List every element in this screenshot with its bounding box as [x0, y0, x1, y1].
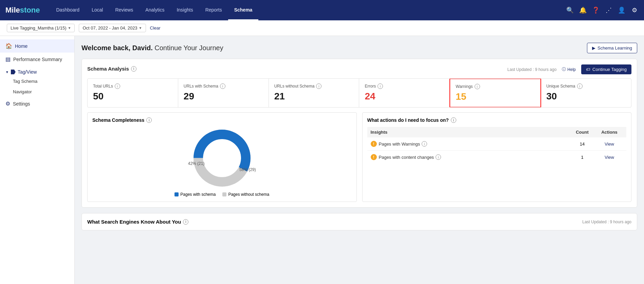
- home-icon: 🏠: [5, 43, 12, 49]
- help-link[interactable]: ⓘ Help: [562, 67, 576, 72]
- warning-icon-1: !: [371, 154, 377, 160]
- focus-insight-1-info[interactable]: i: [436, 154, 441, 160]
- nav-reports[interactable]: Reports: [199, 0, 228, 20]
- nav-schema[interactable]: Schema: [228, 0, 259, 20]
- metric-urls-without-schema: URLs without Schema i 21: [269, 79, 360, 107]
- urls-with-schema-info-icon[interactable]: i: [220, 83, 225, 89]
- legend-without-schema: Pages without schema: [222, 192, 269, 197]
- card-title: Schema Analysis i: [87, 66, 136, 72]
- errors-info-icon[interactable]: i: [378, 83, 383, 89]
- tag-btn-icon: 🏷: [586, 67, 590, 72]
- search-engines-info-icon[interactable]: i: [183, 219, 188, 225]
- urls-without-schema-info-icon[interactable]: i: [316, 83, 321, 89]
- schema-analysis-info-icon[interactable]: i: [131, 66, 136, 72]
- metric-unique-schema: Unique Schema i 30: [541, 79, 631, 107]
- focus-count-0: 14: [569, 141, 596, 147]
- nav-insights[interactable]: Insights: [170, 0, 199, 20]
- schema-learning-button[interactable]: ▶ Schema Learning: [587, 43, 637, 53]
- continue-tagging-button[interactable]: 🏷 Continue Tagging: [581, 64, 631, 74]
- analysis-bottom: Schema Completeness i 42% (21) 58% (29): [87, 112, 631, 202]
- help-circle-icon: ⓘ: [562, 67, 566, 72]
- sidebar-section-tagview[interactable]: ▼ Tag/View: [0, 66, 74, 76]
- metric-errors: Errors i 24: [359, 79, 450, 107]
- sidebar-item-home[interactable]: 🏠 Home: [0, 39, 74, 53]
- welcome-bar: Welcome back, David. Continue Your Journ…: [81, 43, 637, 53]
- search-engines-title: What Search Engines Know About You i: [87, 219, 188, 225]
- sidebar-item-navigator[interactable]: Navigator: [0, 87, 74, 97]
- donut-svg: [191, 128, 253, 189]
- warnings-info-icon[interactable]: i: [475, 84, 480, 89]
- sidebar-item-settings[interactable]: ⚙ Settings: [0, 97, 74, 110]
- sidebar: 🏠 Home ▤ Performance Summary ▼ Tag/View …: [0, 36, 75, 284]
- location-filter[interactable]: Live Tagging_Mamtha (1/15) ▼: [7, 24, 75, 32]
- col-header-insights: Insights: [371, 130, 569, 135]
- notification-icon[interactable]: 🔔: [579, 6, 587, 14]
- focus-title: What actions do I need to focus on? i: [367, 117, 627, 123]
- search-engines-last-updated: Last Updated : 9 hours ago: [582, 220, 631, 224]
- card-header-actions: Last Updated : 9 hours ago ⓘ Help 🏷 Cont…: [508, 64, 631, 74]
- view-link-0[interactable]: View: [605, 141, 614, 147]
- nav-analytics[interactable]: Analytics: [139, 0, 170, 20]
- metric-urls-with-schema: URLs with Schema i 29: [178, 79, 269, 107]
- focus-table-header: Insights Count Actions: [367, 127, 627, 137]
- donut-legend: Pages with schema Pages without schema: [174, 192, 269, 197]
- welcome-text: Welcome back, David. Continue Your Journ…: [81, 44, 223, 52]
- focus-action-0: View: [596, 141, 623, 147]
- warning-icon-0: !: [371, 141, 377, 147]
- nav-links: Dashboard Local Reviews Analytics Insigh…: [50, 0, 566, 20]
- focus-info-icon[interactable]: i: [451, 117, 456, 123]
- schema-analysis-card: Schema Analysis i Last Updated : 9 hours…: [81, 59, 637, 208]
- date-filter-arrow: ▼: [139, 26, 142, 30]
- page-layout: 🏠 Home ▤ Performance Summary ▼ Tag/View …: [0, 36, 644, 284]
- card-header: Schema Analysis i Last Updated : 9 hours…: [87, 64, 631, 74]
- sidebar-item-tag-schema[interactable]: Tag Schema: [0, 76, 74, 87]
- donut-chart: 42% (21) 58% (29): [191, 128, 253, 189]
- nav-icons: 🔍 🔔 ❓ ⋰ 👤 ⚙: [566, 6, 639, 14]
- clear-button[interactable]: Clear: [150, 25, 161, 31]
- brand-logo[interactable]: Milestone: [5, 6, 40, 15]
- search-engines-card: What Search Engines Know About You i Las…: [81, 213, 637, 230]
- help-icon[interactable]: ❓: [592, 6, 600, 14]
- legend-with-schema-swatch: [174, 192, 179, 196]
- last-updated-text: Last Updated : 9 hours ago: [508, 67, 557, 72]
- schema-learning-icon: ▶: [592, 45, 595, 51]
- location-filter-arrow: ▼: [68, 26, 71, 30]
- sidebar-item-performance[interactable]: ▤ Performance Summary: [0, 53, 74, 66]
- focus-row-1: ! Pages with content changes i 1 View: [367, 151, 627, 164]
- secondary-bar: Live Tagging_Mamtha (1/15) ▼ Oct 07, 202…: [0, 20, 644, 36]
- apps-icon[interactable]: ⋰: [605, 6, 613, 14]
- focus-row-0: ! Pages with Warnings i 14 View: [367, 137, 627, 151]
- focus-insight-0: ! Pages with Warnings i: [371, 141, 569, 147]
- legend-with-schema: Pages with schema: [174, 192, 216, 197]
- metrics-row: Total URLs i 50 URLs with Schema i 29: [87, 78, 631, 108]
- top-navigation: Milestone Dashboard Local Reviews Analyt…: [0, 0, 644, 20]
- nav-reviews[interactable]: Reviews: [109, 0, 139, 20]
- focus-count-1: 1: [569, 155, 596, 160]
- nav-dashboard[interactable]: Dashboard: [50, 0, 86, 20]
- expand-arrow-icon: ▼: [5, 70, 9, 74]
- account-icon[interactable]: 👤: [618, 6, 626, 14]
- view-link-1[interactable]: View: [605, 155, 614, 160]
- metric-warnings: Warnings i 15: [449, 78, 541, 108]
- focus-action-1: View: [596, 154, 623, 160]
- metric-total-urls: Total URLs i 50: [88, 79, 178, 107]
- search-icon[interactable]: 🔍: [566, 6, 574, 14]
- focus-insight-0-info[interactable]: i: [422, 141, 427, 147]
- tag-icon: [11, 70, 16, 74]
- nav-local[interactable]: Local: [86, 0, 109, 20]
- total-urls-info-icon[interactable]: i: [115, 83, 120, 89]
- focus-actions-box: What actions do I need to focus on? i In…: [362, 112, 632, 202]
- settings-sidebar-icon: ⚙: [5, 100, 10, 107]
- col-header-count: Count: [569, 130, 596, 135]
- date-filter[interactable]: Oct 07, 2022 - Jan 04, 2023 ▼: [79, 24, 146, 32]
- completeness-box: Schema Completeness i 42% (21) 58% (29): [87, 112, 357, 202]
- col-header-actions: Actions: [596, 130, 623, 135]
- main-content: Welcome back, David. Continue Your Journ…: [75, 36, 644, 284]
- settings-icon[interactable]: ⚙: [630, 6, 639, 14]
- performance-icon: ▤: [5, 56, 11, 62]
- donut-label-without: 42% (21): [188, 161, 205, 166]
- completeness-title: Schema Completeness i: [92, 117, 352, 123]
- unique-schema-info-icon[interactable]: i: [577, 83, 583, 89]
- focus-insight-1: ! Pages with content changes i: [371, 154, 569, 160]
- completeness-info-icon[interactable]: i: [146, 117, 152, 123]
